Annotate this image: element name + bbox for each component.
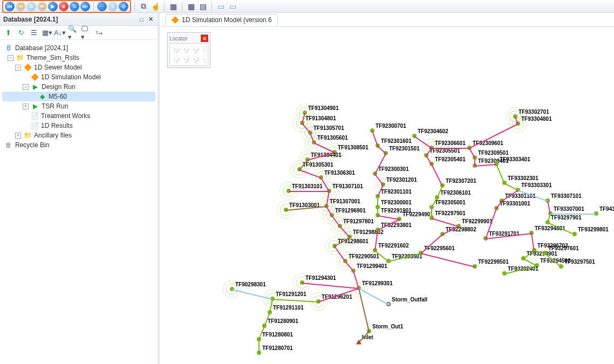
collapse-icon[interactable]: − xyxy=(23,84,29,90)
fast-fwd-icon[interactable]: ⏭ xyxy=(80,2,90,11)
network-link[interactable] xyxy=(421,253,475,267)
tab-simulation-model[interactable]: 🔶 1D Simulation Model (version 6 xyxy=(165,14,278,25)
network-link[interactable] xyxy=(431,164,443,187)
subtb-monitor-icon[interactable]: 🖵▾ xyxy=(81,28,91,38)
network-link[interactable] xyxy=(475,164,496,167)
node-label: TF92300701 xyxy=(376,123,406,129)
tree-rainfall-selected[interactable]: ◆ M5-60 xyxy=(2,92,155,101)
network-link[interactable] xyxy=(426,155,432,164)
play-icon[interactable]: ▶ xyxy=(48,2,58,11)
toolbar-separator xyxy=(134,2,135,11)
network-link[interactable] xyxy=(431,208,432,218)
network-link[interactable] xyxy=(377,197,378,208)
section-a-icon[interactable]: ▭ xyxy=(215,2,226,11)
tree-recycle-bin[interactable]: 🗑 Recycle Bin xyxy=(2,140,155,150)
toolbar-separator xyxy=(93,2,94,11)
subtb-find-icon[interactable]: 🔍▾ xyxy=(68,28,78,38)
rewind-icon[interactable]: ⏮ xyxy=(5,2,15,11)
network-link[interactable] xyxy=(550,214,596,215)
step-fwd-icon[interactable]: ⏩ xyxy=(37,2,47,11)
loop-icon[interactable]: ↻ xyxy=(70,2,79,11)
tree-label: M5-60 xyxy=(49,93,67,100)
tree-ancillary[interactable]: + 📁 Ancillary files xyxy=(2,131,155,140)
node-label: TF90298301 xyxy=(235,281,266,287)
node-label: TF92305001 xyxy=(435,200,466,205)
node-label: TF92301201 xyxy=(386,177,417,183)
replay-options-icon[interactable]: ⋯ xyxy=(97,2,107,11)
subtb-nav-icon[interactable]: ⮑ xyxy=(94,28,104,38)
playback-toolbar: ⏮ ⏪ ⏸ ⏩ ▶ ● ↻ ⏭ ⋯ i ⊘ xyxy=(2,0,131,13)
node-label: TF91291201 xyxy=(276,291,306,297)
network-link[interactable] xyxy=(504,183,519,191)
subtb-sort-icon[interactable]: A↓▾ xyxy=(55,28,65,38)
locator-minimap[interactable] xyxy=(169,43,208,66)
node-label: TF91296901 xyxy=(335,208,366,214)
tree-tsr[interactable]: + ▶ TSR Run xyxy=(2,101,155,111)
expand-icon[interactable]: + xyxy=(23,104,29,109)
node-label: TF93303401 xyxy=(500,156,530,162)
network-link[interactable] xyxy=(496,164,505,184)
tree-network[interactable]: − 🔶 1D Sewer Model xyxy=(2,63,155,72)
tree-results[interactable]: 📄 1D Results xyxy=(2,121,155,131)
tree-label: 1D Sewer Model xyxy=(34,64,82,71)
network-link[interactable] xyxy=(432,148,469,149)
network-link[interactable] xyxy=(531,233,535,251)
network-link[interactable] xyxy=(547,201,551,214)
panel-restore-icon[interactable]: □ xyxy=(138,16,145,23)
network-link[interactable] xyxy=(372,131,378,147)
node-label: TF92300301 xyxy=(378,166,409,172)
tree-sim[interactable]: 🔶 1D Simulation Model xyxy=(2,72,155,82)
treatment-icon: 📄 xyxy=(30,112,39,120)
tree-label: Recycle Bin xyxy=(15,141,49,149)
node-label: TF91297801 xyxy=(343,218,374,224)
section-b-icon[interactable]: ▭ xyxy=(227,2,238,11)
node-label: TF92306101 xyxy=(440,190,471,196)
tree-label: Treatment Works xyxy=(41,112,90,120)
node-label: TF93297901 xyxy=(551,215,582,221)
subtb-up-icon[interactable]: ⬆ xyxy=(3,28,13,38)
tree-group[interactable]: − 📁 Theme_Sim_Rslts xyxy=(2,53,155,63)
network-link[interactable] xyxy=(289,191,329,192)
pause-icon[interactable]: ⏸ xyxy=(26,2,36,11)
node-label: TF93304801 xyxy=(521,116,552,122)
info-icon[interactable]: i xyxy=(108,2,118,11)
toolbar-separator xyxy=(164,2,165,11)
sim-icon: 🔶 xyxy=(171,16,179,24)
network-canvas[interactable]: Locator ✕ TF91304901TF91304801TF91305701… xyxy=(162,27,614,364)
network-link[interactable] xyxy=(377,208,378,216)
collapse-icon[interactable]: − xyxy=(8,55,13,61)
node-label: TF93307101 xyxy=(551,193,582,199)
node-label: TF91308501 xyxy=(338,145,369,150)
node-label: Storm_Outfall xyxy=(392,297,427,303)
locator-window[interactable]: Locator ✕ xyxy=(167,32,210,68)
record-icon[interactable]: ● xyxy=(59,2,69,11)
subtb-refresh-icon[interactable]: ↻ xyxy=(16,28,26,38)
panel-close-icon[interactable]: ✕ xyxy=(147,16,154,23)
node-label: TF92300001 xyxy=(381,200,412,205)
toolbar-separator xyxy=(212,2,212,11)
run-icon: ▶ xyxy=(31,83,39,91)
tree-root[interactable]: 🛢 Database [2024.1] xyxy=(2,43,155,53)
tree-run[interactable]: − ▶ Design Run xyxy=(2,82,155,92)
network-link[interactable] xyxy=(469,148,475,159)
locator-close-icon[interactable]: ✕ xyxy=(201,35,208,42)
pointer-icon[interactable]: ☝ xyxy=(150,2,161,11)
grid-b-icon[interactable]: ▩ xyxy=(186,2,196,11)
subtb-table-icon[interactable]: ▦▾ xyxy=(42,28,52,38)
subtb-list-icon[interactable]: ☰ xyxy=(29,28,39,38)
network-link[interactable] xyxy=(359,288,389,305)
collapse-icon[interactable]: − xyxy=(15,65,21,71)
network-link[interactable] xyxy=(474,158,475,166)
stop-icon[interactable]: ⊘ xyxy=(119,2,128,11)
grid-c-icon[interactable]: ▤ xyxy=(197,2,208,11)
network-link[interactable] xyxy=(258,340,260,353)
tree-label: 1D Simulation Model xyxy=(41,73,101,81)
node-label: TF91306301 xyxy=(324,170,355,176)
zoom-area-icon[interactable]: ⧉ xyxy=(138,2,149,11)
expand-icon[interactable]: + xyxy=(15,133,21,139)
tree-tw[interactable]: 📄 Treatment Works xyxy=(2,111,155,121)
grid-a-icon[interactable]: ▦ xyxy=(168,2,179,11)
step-back-icon[interactable]: ⏪ xyxy=(16,2,25,11)
network-link[interactable] xyxy=(378,215,399,220)
node-label: TF92305401 xyxy=(435,156,466,162)
